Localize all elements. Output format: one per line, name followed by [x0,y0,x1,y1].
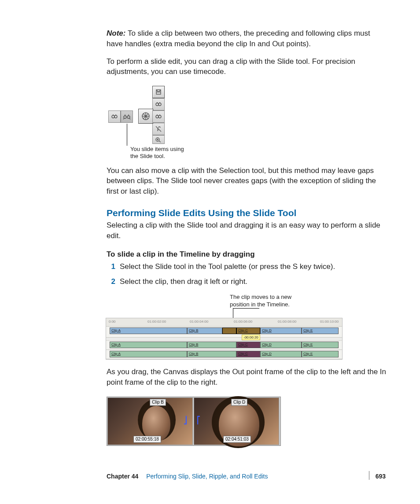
note-label: Note: [107,29,125,37]
audio-track-2: Clip AClip BClip CClip DClip E [106,350,342,359]
out-point-icon: ⎦ [184,416,190,423]
timeline-clip [222,327,236,334]
page-footer: Chapter 44 Performing Slip, Slide, Rippl… [107,472,386,481]
tool-row-top-icon [152,86,165,98]
offset-badge: -00:00:20 [242,335,260,340]
slip-tool-icon [152,98,165,110]
canvas-right-pane: Clip D ⎡ 02:04:51:03 [194,397,279,445]
timeline-clip: Clip C [236,327,260,334]
svg-point-9 [158,115,161,118]
tool-row-1-icon [108,110,121,123]
paragraph-2: You can also move a clip with the Select… [107,166,388,197]
canvas-left-timecode: 02:00:55:18 [133,436,161,443]
in-point-icon: ⎡ [197,416,203,423]
timeline-clip: Clip E [302,351,339,357]
paragraph-3: As you drag, the Canvas displays the Out… [107,367,388,388]
step-2: 2Select the clip, then drag it left or r… [117,276,388,287]
timeline-clip: Clip B [187,351,236,357]
chapter-title: Performing Slip, Slide, Ripple, and Roll… [146,473,268,480]
timeline-clip: Clip D [260,342,302,348]
svg-point-5 [124,116,126,118]
timeline-clip: Clip C [236,342,260,348]
svg-point-4 [114,115,117,118]
timeline-clip: Clip B [187,342,236,348]
slide-tool-icon [121,110,133,123]
svg-point-3 [112,115,114,118]
zoom-tool-icon [152,135,165,144]
timeline-callout: The clip moves to a new position in the … [230,294,300,308]
svg-point-1 [158,103,161,106]
tool-palette-figure: You slide items using the Slide tool. [107,86,388,160]
timeline-clip: Clip D [260,351,302,357]
timeline-clip: Clip A [110,351,187,357]
tool-row-4-icon [152,110,165,123]
canvas-two-up: Clip B ⎦ 02:00:55:18 Clip D ⎡ 02:04:51:0… [107,397,281,446]
timeline-clip: Clip E [302,327,339,334]
canvas-left-clip-label: Clip B [150,399,166,406]
paragraph-1: To perform a slide edit, you can drag a … [107,56,388,77]
steps-list: 1Select the Slide tool in the Tool palet… [107,261,388,287]
canvas-right-clip-label: Clip D [231,399,247,406]
svg-point-8 [156,115,158,118]
timeline-figure: The clip moves to a new position in the … [106,294,342,360]
canvas-right-timecode: 02:04:51:03 [223,436,251,443]
timeline-clip: Clip C [236,351,260,357]
canvas-left-pane: Clip B ⎦ 02:00:55:18 [107,397,193,445]
timeline-clip: Clip A [110,342,187,348]
step-1: 1Select the Slide tool in the Tool palet… [117,261,388,272]
heading-intro: Selecting a clip with the Slide tool and… [107,220,388,241]
timeline-ruler: 0:00 01:00:02:00 01:00:04:00 01:00:06:00… [106,318,342,327]
svg-point-6 [127,116,130,118]
svg-point-0 [156,103,158,106]
note-text: To slide a clip between two others, the … [107,29,370,48]
timeline-clip: Clip E [302,342,339,348]
section-heading: Performing Slide Edits Using the Slide T… [107,206,388,219]
timeline-clip: Clip D [260,327,302,334]
timeline-clip: Clip A [110,327,187,334]
chapter-label: Chapter 44 [107,473,138,480]
tool-caption: You slide items using the Slide tool. [130,146,192,160]
tool-row-main-icon [138,109,153,124]
note-paragraph: Note: To slide a clip between two others… [107,28,388,49]
page-number: 693 [376,472,386,481]
procedure-heading: To slide a clip in the Timeline by dragg… [107,249,388,260]
audio-track-1: Clip AClip BClip CClip DClip E [106,341,342,350]
razor-tool-icon [152,123,165,135]
video-track: ⇔ -00:00:20 Clip AClip BClip CClip DClip… [106,327,342,338]
timeline-panel: 0:00 01:00:02:00 01:00:04:00 01:00:06:00… [106,318,343,360]
timeline-clip: Clip B [187,327,222,334]
